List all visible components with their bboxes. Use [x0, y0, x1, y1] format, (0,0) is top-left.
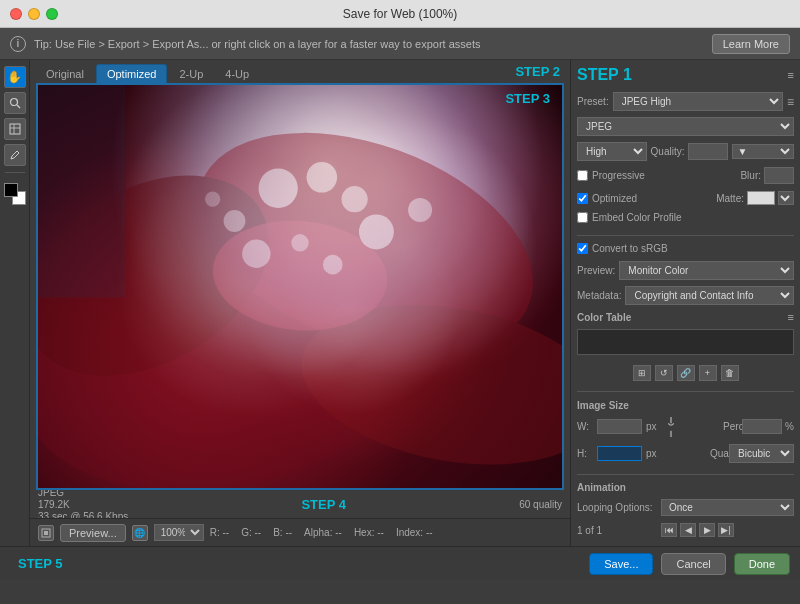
left-toolbar: ✋ — [0, 60, 30, 546]
browser-icon[interactable]: 🌐 — [132, 525, 148, 541]
anim-next[interactable]: ▶| — [718, 523, 734, 537]
format-row: JPEG PNG-8 PNG-24 GIF — [577, 117, 794, 136]
svg-rect-22 — [44, 531, 48, 535]
matte-color-swatch[interactable] — [747, 191, 775, 205]
animation-controls: ⏮ ◀ ▶ ▶| — [661, 523, 734, 537]
quality-resample-label: Quality: — [710, 448, 726, 459]
color-swatches[interactable] — [4, 183, 26, 205]
background-color[interactable] — [4, 183, 18, 197]
svg-rect-10 — [38, 85, 125, 297]
window-controls[interactable] — [10, 8, 58, 20]
hand-tool[interactable]: ✋ — [4, 66, 26, 88]
minimize-button[interactable] — [28, 8, 40, 20]
done-button[interactable]: Done — [734, 553, 790, 575]
save-button[interactable]: Save... — [589, 553, 653, 575]
percent-group: Percent: 23.15 % — [723, 419, 794, 434]
eyedropper-tool[interactable] — [4, 144, 26, 166]
anim-play[interactable]: ▶ — [699, 523, 715, 537]
chain-link-icon[interactable] — [665, 417, 677, 437]
blur-label: Blur: — [740, 170, 761, 181]
quality-input[interactable]: 60 — [688, 143, 728, 160]
height-input[interactable]: 800 — [597, 446, 642, 461]
g-label: G: -- — [241, 527, 261, 538]
cancel-button[interactable]: Cancel — [661, 553, 725, 575]
matte-label: Matte: — [716, 193, 744, 204]
svg-point-17 — [408, 198, 432, 222]
delete-color-icon[interactable]: 🗑 — [721, 365, 739, 381]
format-select[interactable]: JPEG PNG-8 PNG-24 GIF — [577, 117, 794, 136]
matte-row: Matte: ▼ — [716, 191, 794, 205]
preset-select[interactable]: JPEG High JPEG Medium JPEG Low — [613, 92, 783, 111]
color-table-header: Color Table ≡ — [577, 311, 794, 323]
step5-label: STEP 5 — [18, 556, 63, 571]
svg-point-14 — [224, 210, 246, 232]
preview-row: Preview: Monitor Color — [577, 261, 794, 280]
looping-label: Looping Options: — [577, 502, 657, 513]
close-button[interactable] — [10, 8, 22, 20]
svg-point-0 — [10, 99, 17, 106]
svg-point-11 — [259, 169, 298, 208]
matte-select[interactable]: ▼ — [778, 191, 794, 205]
tabs-row: Original Optimized 2-Up 4-Up STEP 2 — [30, 60, 570, 83]
optimize-icon[interactable] — [38, 525, 54, 541]
toolbar-divider — [5, 172, 25, 173]
blur-input[interactable]: 0 — [764, 167, 794, 184]
convert-srgb-checkbox[interactable] — [577, 243, 588, 254]
step2-label: STEP 2 — [515, 64, 560, 79]
options-row-2: Optimized Matte: ▼ — [577, 191, 794, 205]
color-table-label: Color Table — [577, 312, 631, 323]
preset-row: Preset: JPEG High JPEG Medium JPEG Low ≡ — [577, 92, 794, 111]
svg-point-13 — [341, 186, 367, 212]
preset-label: Preset: — [577, 96, 609, 107]
zoom-tool[interactable] — [4, 92, 26, 114]
panel-menu-icon[interactable]: ≡ — [788, 69, 794, 81]
convert-srgb-row: Convert to sRGB — [577, 243, 794, 254]
tip-bar: i Tip: Use File > Export > Export As... … — [0, 28, 800, 60]
maximize-button[interactable] — [46, 8, 58, 20]
percent-symbol: % — [785, 421, 794, 432]
preset-menu-icon[interactable]: ≡ — [787, 95, 794, 109]
preview-button[interactable]: Preview... — [60, 524, 126, 542]
progressive-label: Progressive — [592, 170, 645, 181]
percent-input[interactable]: 23.15 — [742, 419, 782, 434]
metadata-label: Metadata: — [577, 290, 621, 301]
looping-row: Looping Options: Once Forever — [577, 499, 794, 516]
add-color-icon[interactable]: + — [699, 365, 717, 381]
frame-info: 1 of 1 — [577, 525, 657, 536]
zoom-select[interactable]: 100% 50% 200% — [154, 524, 204, 541]
anim-prev[interactable]: ◀ — [680, 523, 696, 537]
tab-original[interactable]: Original — [36, 65, 94, 83]
width-input[interactable]: 1200 — [597, 419, 642, 434]
link-icon[interactable]: 🔗 — [677, 365, 695, 381]
quality-display: 60 quality — [519, 499, 562, 510]
preview-select[interactable]: Monitor Color — [619, 261, 794, 280]
resize-icon[interactable]: ⊞ — [633, 365, 651, 381]
quality-preset-select[interactable]: High Medium Low Maximum — [577, 142, 647, 161]
alpha-label: Alpha: -- — [304, 527, 342, 538]
quality-slider-btn[interactable]: ▼ — [732, 144, 794, 159]
embed-color-checkbox[interactable] — [577, 212, 588, 223]
step3-label: STEP 3 — [505, 91, 550, 106]
bottom-buttons: STEP 5 Save... Cancel Done — [0, 546, 800, 580]
slice-tool[interactable] — [4, 118, 26, 140]
color-table-menu[interactable]: ≡ — [788, 311, 794, 323]
tab-4up[interactable]: 4-Up — [215, 65, 259, 83]
refresh-icon[interactable]: ↺ — [655, 365, 673, 381]
window-title: Save for Web (100%) — [343, 7, 458, 21]
progressive-checkbox[interactable] — [577, 170, 588, 181]
tab-2up[interactable]: 2-Up — [169, 65, 213, 83]
optimized-label: Optimized — [592, 193, 637, 204]
anim-skip-back[interactable]: ⏮ — [661, 523, 677, 537]
color-table-area — [577, 329, 794, 355]
zoom-control[interactable]: 100% 50% 200% — [154, 524, 204, 541]
tip-text: Tip: Use File > Export > Export As... or… — [34, 38, 704, 50]
learn-more-button[interactable]: Learn More — [712, 34, 790, 54]
image-info-left: JPEG 179.2K 33 sec @ 56.6 Kbps — [38, 487, 128, 522]
metadata-select[interactable]: Copyright and Contact Info All None — [625, 286, 794, 305]
image-size-header: Image Size — [577, 400, 794, 411]
r-label: R: -- — [210, 527, 229, 538]
optimized-checkbox[interactable] — [577, 193, 588, 204]
looping-select[interactable]: Once Forever — [661, 499, 794, 516]
tab-optimized[interactable]: Optimized — [96, 64, 168, 83]
resample-select[interactable]: Bicubic Bilinear Nearest — [729, 444, 794, 463]
